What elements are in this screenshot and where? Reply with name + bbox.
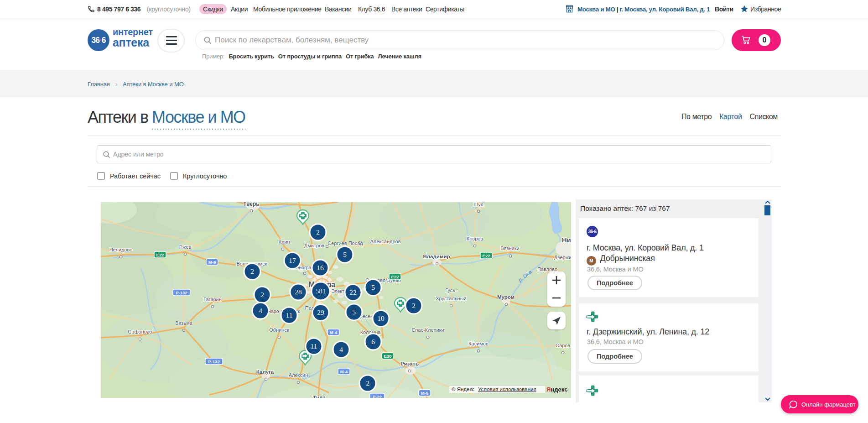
svg-text:E22: E22 [483, 253, 490, 258]
svg-text:Тверь: Тверь [243, 202, 259, 207]
svg-text:Вязьма: Вязьма [175, 320, 193, 326]
svg-text:Александров: Александров [370, 239, 401, 244]
svg-text:Ковров: Ковров [467, 236, 483, 241]
svg-text:2: 2 [260, 291, 264, 298]
svg-text:М-4: М-4 [330, 330, 338, 335]
svg-text:Нелидово: Нелидово [109, 247, 133, 252]
svg-text:E30: E30 [384, 354, 392, 359]
svg-text:2: 2 [412, 302, 416, 309]
svg-text:Рязань: Рязань [400, 361, 419, 366]
svg-text:Сергиев Посад: Сергиев Посад [327, 240, 363, 246]
svg-text:16: 16 [317, 264, 324, 272]
svg-text:11: 11 [286, 311, 293, 319]
svg-text:М-5: М-5 [421, 391, 429, 396]
svg-text:Касимов: Касимов [468, 341, 489, 346]
svg-text:Условия использования: Условия использования [478, 386, 536, 392]
svg-text:29: 29 [317, 308, 324, 316]
svg-text:ндекс: ндекс [551, 386, 568, 393]
svg-text:Шуя: Шуя [473, 202, 483, 207]
svg-text:581: 581 [316, 287, 326, 295]
svg-text:Ржев: Ржев [179, 244, 192, 250]
svg-text:Спас-Клепики: Спас-Клепики [411, 327, 444, 333]
svg-text:Дмитров: Дмитров [304, 243, 324, 248]
svg-text:22: 22 [349, 288, 357, 296]
svg-text:Муром: Муром [497, 294, 515, 300]
svg-text:Алексин: Алексин [289, 372, 308, 378]
svg-text:Обнинск: Обнинск [269, 327, 289, 333]
svg-text:Гусь-: Гусь- [445, 287, 457, 293]
svg-text:4: 4 [259, 307, 262, 314]
svg-text:Тула: Тула [313, 395, 326, 398]
svg-text:E22: E22 [156, 252, 164, 257]
svg-text:5: 5 [343, 251, 347, 258]
svg-text:Ниж: Ниж [562, 236, 571, 244]
svg-text:Клин: Клин [278, 239, 290, 245]
svg-text:Вязники: Вязники [500, 245, 519, 251]
svg-text:4: 4 [339, 345, 343, 353]
svg-text:М-4: М-4 [340, 369, 348, 374]
svg-text:Гагарин: Гагарин [203, 297, 222, 302]
svg-text:Саров: Саров [556, 343, 570, 348]
svg-text:17: 17 [289, 256, 296, 264]
svg-text:© Яндекс: © Яндекс [452, 386, 475, 392]
svg-text:Я: Я [546, 386, 551, 393]
svg-text:Хрустальный: Хрустальный [436, 296, 467, 301]
svg-text:2: 2 [366, 379, 369, 387]
svg-text:28: 28 [295, 288, 302, 296]
svg-text:Сафоново: Сафоново [128, 329, 152, 334]
svg-text:Р-132: Р-132 [208, 359, 219, 364]
svg-text:5: 5 [352, 308, 356, 316]
svg-text:2: 2 [316, 228, 320, 236]
svg-text:Павлово: Павлово [537, 266, 557, 272]
svg-text:Дзержин: Дзержин [554, 255, 571, 260]
svg-text:5: 5 [371, 283, 375, 291]
svg-text:11: 11 [311, 342, 317, 350]
svg-text:Р-22: Р-22 [373, 394, 382, 398]
svg-text:Р-132: Р-132 [176, 290, 187, 295]
svg-text:6: 6 [371, 338, 375, 345]
svg-text:М-9: М-9 [208, 260, 216, 265]
svg-text:2: 2 [250, 267, 254, 275]
svg-text:10: 10 [377, 314, 385, 322]
svg-text:E22: E22 [391, 274, 399, 279]
svg-text:Калуга: Калуга [256, 369, 274, 375]
svg-text:Владимир: Владимир [423, 254, 450, 259]
